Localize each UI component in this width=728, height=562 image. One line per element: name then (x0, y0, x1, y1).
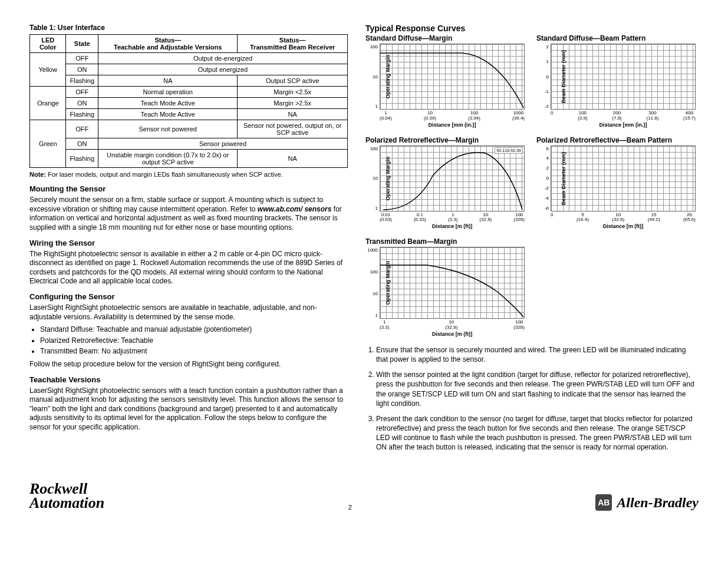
step-item: Ensure that the sensor is securely mount… (376, 345, 696, 364)
table-header: State (66, 35, 98, 53)
x-axis-label: Distance [m (ft)] (380, 331, 525, 337)
list-item: Polarized Retroreflective: Teachable (40, 336, 348, 346)
chart: Standard Diffuse—Beam PatternBeam Diamet… (536, 34, 696, 128)
table-header: Status—Teachable and Adjustable Versions (98, 35, 238, 53)
status-cell: Teach Mode Active (98, 98, 238, 109)
status-cell: Sensor powered (98, 138, 348, 150)
table-header: Status—Transmitted Beam Receiver (238, 35, 348, 53)
footer: RockwellAutomation 2 AB Allen-Bradley (29, 482, 699, 511)
chart: Polarized Retroreflective—Beam PatternBe… (536, 136, 696, 230)
left-column: Table 1: User Interface LED ColorStateSt… (29, 24, 348, 458)
status-cell: NA (98, 75, 238, 87)
status-cell: Sensor not powered, output on, or SCP ac… (238, 120, 348, 138)
y-axis-label: Beam Diameter (mm) (561, 152, 566, 205)
chart: Standard Diffuse—MarginOperating Margin1… (365, 34, 525, 128)
list-item: Standard Diffuse: Teachable and manual a… (40, 325, 348, 335)
x-axis-label: Distance [mm (in.)] (380, 122, 525, 128)
state-cell: ON (66, 64, 98, 75)
ab-icon: AB (595, 494, 612, 511)
page-number: 2 (348, 504, 352, 511)
right-column: Typical Response Curves Standard Diffuse… (365, 24, 696, 458)
state-cell: OFF (66, 87, 98, 98)
chart-legend: 92-118 92-39 (495, 147, 523, 154)
wiring-para: The RightSight photoelectric sensor is a… (29, 250, 348, 286)
chart-plot: Beam Diameter (mm)6420-2-4-6 (551, 146, 696, 211)
chart-plot: Operating Margin1000100101 (380, 247, 525, 319)
allen-bradley-logo: AB Allen-Bradley (595, 494, 699, 511)
chart-title: Standard Diffuse—Beam Pattern (536, 34, 696, 42)
chart-title: Polarized Retroreflective—Beam Pattern (536, 136, 696, 144)
chart: Transmitted Beam—MarginOperating Margin1… (365, 237, 525, 337)
chart-title: Polarized Retroreflective—Margin (365, 136, 525, 144)
list-item: Transmitted Beam: No adjustment (40, 347, 348, 356)
configuring-para: LaserSight RightSight photoelectric sens… (29, 303, 348, 322)
wiring-heading: Wiring the Sensor (29, 239, 348, 247)
teachable-para: LaserSight RightSight photoelectric sens… (29, 386, 348, 432)
x-axis-label: Distance [m (ft)] (380, 223, 525, 229)
status-cell: Unstable margin condition (0.7x to 2.0x)… (98, 150, 238, 168)
page: Table 1: User Interface LED ColorStateSt… (29, 24, 699, 458)
step-item: With the sensor pointed at the light con… (376, 370, 696, 408)
configuring-heading: Configuring the Sensor (29, 292, 348, 301)
table-row: ONSensor powered (30, 138, 348, 150)
mounting-heading: Mounting the Sensor (29, 184, 348, 193)
led-color-cell: Orange (30, 87, 66, 120)
configuring-para2: Follow the setup procedure below for the… (29, 360, 348, 369)
state-cell: Flashing (66, 109, 98, 120)
status-cell: Teach Mode Active (98, 109, 238, 120)
led-color-cell: Yellow (30, 53, 66, 87)
chart-plot: Beam Diameter (mm)210-1-2 (551, 44, 696, 110)
user-interface-table: LED ColorStateStatus—Teachable and Adjus… (29, 34, 348, 168)
status-cell: NA (238, 109, 348, 120)
table-row: FlashingTeach Mode ActiveNA (30, 109, 348, 120)
teach-steps: Ensure that the sensor is securely mount… (376, 345, 696, 452)
led-color-cell: Green (30, 120, 66, 168)
state-cell: Flashing (66, 150, 98, 168)
table-header: LED Color (30, 35, 66, 53)
table-note: Note: Note: For laser models, output and… (29, 170, 348, 178)
chart-plot: Operating Margin10010192-118 92-39 (380, 146, 525, 211)
table-row: OrangeOFFNormal operationMargin <2.5x (30, 87, 348, 98)
state-cell: ON (66, 138, 98, 150)
status-cell: NA (238, 150, 348, 168)
state-cell: OFF (66, 120, 98, 138)
table-row: FlashingNAOutput SCP active (30, 75, 348, 87)
status-cell: Margin >2.5x (238, 98, 348, 109)
status-cell: Output SCP active (238, 75, 348, 87)
link-ab-sensors[interactable]: www.ab.com/ sensors (258, 205, 332, 213)
step-item: Present the dark condition to the sensor… (376, 414, 696, 452)
state-cell: ON (66, 98, 98, 109)
state-cell: OFF (66, 53, 98, 64)
table-row: ONTeach Mode ActiveMargin >2.5x (30, 98, 348, 109)
chart-plot: Operating Margin100101 (380, 44, 525, 110)
state-cell: Flashing (66, 75, 98, 87)
status-cell: Sensor not powered (98, 120, 238, 138)
chart-title: Standard Diffuse—Margin (365, 34, 525, 42)
table-row: ONOutput energized (30, 64, 348, 75)
y-axis-label: Beam Diameter (mm) (561, 50, 566, 103)
status-cell: Normal operation (98, 87, 238, 98)
table-row: GreenOFFSensor not poweredSensor not pow… (30, 120, 348, 138)
x-axis-label: Distance [mm (in.)] (551, 122, 696, 128)
chart-title: Transmitted Beam—Margin (365, 237, 525, 246)
teachable-heading: Teachable Versions (29, 375, 348, 384)
status-cell: Margin <2.5x (238, 87, 348, 98)
mounting-para: Securely mount the sensor on a firm, sta… (29, 196, 348, 232)
status-cell: Output de-energized (98, 53, 348, 64)
rockwell-logo: RockwellAutomation (29, 482, 104, 511)
table-title: Table 1: User Interface (29, 24, 348, 32)
curves-title: Typical Response Curves (365, 24, 696, 33)
status-cell: Output energized (98, 64, 348, 75)
table-row: YellowOFFOutput de-energized (30, 53, 348, 64)
configuring-list: Standard Diffuse: Teachable and manual a… (40, 325, 348, 356)
x-axis-label: Distance [m (ft)] (551, 223, 696, 229)
table-row: FlashingUnstable margin condition (0.7x … (30, 150, 348, 168)
chart: Polarized Retroreflective—MarginOperatin… (365, 136, 525, 230)
